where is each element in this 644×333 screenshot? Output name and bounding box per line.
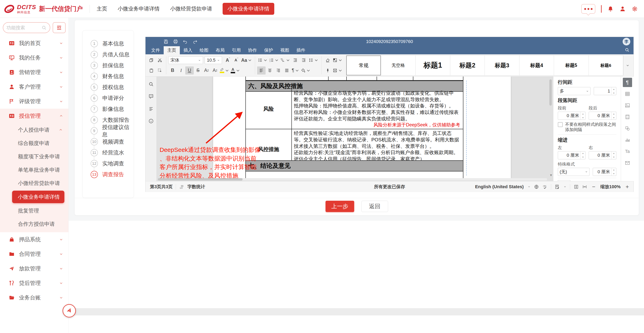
stepper-step[interactable]: 2 共借人信息 bbox=[82, 49, 134, 60]
conclusion-paragraph[interactable]: 调查结论：经调查，建议为客户 李明月 办理 消费 贷款，金额 1000 元，期限… bbox=[246, 170, 463, 179]
user-profile-icon[interactable] bbox=[620, 6, 626, 12]
sidebar-item[interactable]: 评级管理 bbox=[0, 94, 68, 109]
sidebar-subitem[interactable]: 小微经营贷款申请 bbox=[0, 176, 68, 190]
no-gap-checkbox[interactable] bbox=[558, 122, 563, 127]
sidebar-item-credit-management[interactable]: 授信管理 bbox=[0, 109, 68, 123]
editor-search-icon[interactable] bbox=[625, 48, 630, 52]
paragraph-settings-icon[interactable]: ¶ bbox=[623, 78, 632, 87]
sidebar-subitem[interactable]: 综合额度申请 bbox=[0, 137, 68, 150]
return-button[interactable]: 返回 bbox=[362, 201, 388, 212]
language-selector[interactable]: English (United States) bbox=[475, 184, 524, 189]
select-button[interactable] bbox=[156, 67, 164, 75]
editor-menu-tab[interactable]: 文件 bbox=[148, 46, 164, 54]
paste-button[interactable] bbox=[147, 67, 156, 75]
spacing-before-stepper[interactable]: 0 厘米▴▾ bbox=[558, 112, 586, 120]
change-case-button[interactable]: Aa bbox=[240, 56, 253, 64]
align-center-button[interactable] bbox=[266, 67, 274, 75]
stepper-step[interactable]: 1 基本信息 bbox=[82, 38, 134, 49]
align-justify-button[interactable] bbox=[282, 67, 291, 75]
find-icon[interactable] bbox=[148, 81, 154, 87]
previous-step-button[interactable]: 上一步 bbox=[326, 201, 354, 212]
style-option[interactable]: 标题4 bbox=[520, 56, 554, 75]
multilevel-list-button[interactable] bbox=[280, 56, 291, 64]
sidebar-subitem[interactable]: 小微业务申请详情 bbox=[12, 191, 64, 203]
vertical-scrollbar-thumb[interactable] bbox=[549, 79, 552, 106]
sidebar-subitem[interactable]: 额度项下业务申请 bbox=[0, 150, 68, 163]
stepper-step[interactable]: 5 授权信息 bbox=[82, 82, 134, 93]
style-option[interactable]: 标题6 bbox=[589, 56, 623, 75]
styles-gallery-expand-icon[interactable] bbox=[624, 55, 632, 76]
header-footer-settings-icon[interactable] bbox=[623, 112, 632, 122]
borders-button[interactable] bbox=[332, 67, 343, 75]
increase-indent-button[interactable] bbox=[300, 56, 308, 64]
paragraph-marks-button[interactable]: ¶ bbox=[291, 67, 300, 75]
sidebar-item[interactable]: 业务台账 bbox=[0, 290, 68, 305]
format-painter-button[interactable] bbox=[324, 67, 332, 75]
stepper-step[interactable]: 12 实地调查 bbox=[82, 158, 134, 169]
style-option[interactable]: 标题1 bbox=[416, 56, 450, 75]
avatar[interactable]: 李 bbox=[622, 38, 630, 46]
style-option[interactable]: 标题5 bbox=[554, 56, 588, 75]
editor-menu-tab[interactable]: 保护 bbox=[260, 46, 277, 54]
header-tab[interactable]: 小微业务申请详情 bbox=[118, 5, 160, 12]
editor-menu-tab[interactable]: 绘图 bbox=[196, 46, 212, 54]
stepper-step[interactable]: 3 担保信息 bbox=[82, 60, 134, 71]
spellcheck-icon[interactable]: ABC bbox=[542, 184, 547, 189]
editor-menu-tab[interactable]: 插件 bbox=[293, 46, 309, 54]
more-messages-button[interactable] bbox=[581, 4, 595, 14]
sidebar-subitem[interactable]: 个人授信申请 bbox=[0, 123, 68, 137]
align-left-button[interactable] bbox=[257, 67, 266, 75]
mail-merge-icon[interactable] bbox=[623, 158, 632, 168]
comments-icon[interactable] bbox=[148, 94, 154, 99]
style-option[interactable]: 标题3 bbox=[485, 56, 519, 75]
header-tab[interactable]: 主页 bbox=[97, 5, 107, 12]
line-spacing-stepper[interactable]: 1▴▾ bbox=[594, 87, 616, 95]
header-tab[interactable]: 小微业务申请详情 bbox=[222, 3, 274, 15]
shape-settings-icon[interactable] bbox=[623, 124, 632, 133]
italic-button[interactable]: I bbox=[177, 67, 185, 75]
stepper-step[interactable]: 4 财务信息 bbox=[82, 71, 134, 82]
horizontal-scrollbar[interactable] bbox=[158, 178, 547, 181]
style-option[interactable]: 标题2 bbox=[450, 56, 485, 75]
superscript-button[interactable]: A2 bbox=[202, 67, 211, 75]
sidebar-item[interactable]: 我的首页 bbox=[0, 36, 68, 51]
line-spacing-select[interactable]: 多 bbox=[558, 87, 590, 95]
decrease-indent-button[interactable] bbox=[291, 56, 300, 64]
cut-button[interactable] bbox=[156, 56, 164, 64]
shading-fill-button[interactable] bbox=[300, 67, 312, 75]
style-option[interactable]: 常规 bbox=[346, 56, 381, 75]
clear-style-button[interactable] bbox=[324, 56, 332, 64]
function-search-input[interactable] bbox=[6, 25, 41, 31]
editor-menu-tab[interactable]: 视图 bbox=[277, 46, 293, 54]
indent-left-stepper[interactable]: 0 厘米▴▾ bbox=[558, 151, 586, 159]
strikethrough-button[interactable]: S bbox=[194, 67, 202, 75]
font-size-select[interactable]: 10.5 bbox=[205, 56, 222, 64]
about-info-icon[interactable] bbox=[148, 118, 154, 124]
special-format-select[interactable]: (无) bbox=[558, 168, 590, 176]
vertical-scrollbar[interactable] bbox=[549, 78, 552, 171]
image-settings-icon[interactable] bbox=[623, 101, 632, 110]
editor-menu-tab[interactable]: 主页 bbox=[164, 46, 180, 54]
stepper-step[interactable]: 9 授信建议信息 bbox=[82, 125, 134, 136]
stepper-step[interactable]: 10 视频调查 bbox=[82, 136, 134, 147]
style-option[interactable]: 无空格 bbox=[381, 56, 416, 75]
highlight-color-button[interactable] bbox=[219, 67, 230, 75]
zoom-out-button[interactable]: − bbox=[591, 184, 597, 190]
sidebar-collapse-button[interactable] bbox=[53, 22, 66, 33]
font-name-select[interactable]: 宋体 bbox=[168, 56, 203, 64]
sidebar-item[interactable]: 放款管理 bbox=[0, 261, 68, 276]
indent-right-stepper[interactable]: 0 厘米▴▾ bbox=[589, 151, 616, 159]
bullet-list-button[interactable] bbox=[257, 56, 268, 64]
fit-page-icon[interactable] bbox=[574, 184, 578, 189]
track-changes-icon[interactable] bbox=[555, 184, 560, 189]
bold-button[interactable]: B bbox=[168, 67, 177, 75]
header-tab[interactable]: 小微经营贷款申请 bbox=[170, 5, 212, 12]
function-search-box[interactable] bbox=[3, 22, 50, 33]
sidebar-subitem[interactable]: 批复管理 bbox=[0, 204, 68, 217]
notification-bell-icon[interactable] bbox=[607, 6, 614, 12]
sidebar-item[interactable]: 贷后管理 bbox=[0, 276, 68, 290]
paragraph-shading-button[interactable] bbox=[332, 56, 343, 64]
sidebar-item[interactable]: 押品系统 bbox=[0, 232, 68, 247]
fit-width-icon[interactable] bbox=[582, 184, 587, 189]
text-art-settings-icon[interactable]: Ta bbox=[623, 147, 632, 156]
